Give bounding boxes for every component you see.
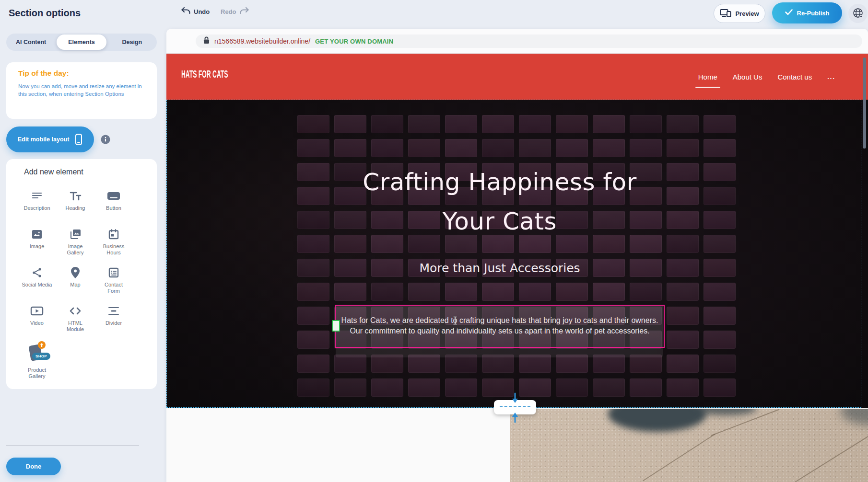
image-icon [31, 228, 43, 241]
element-item-divider[interactable]: Divider [94, 305, 133, 343]
pavement-seam [795, 435, 868, 482]
element-item-button[interactable]: Button [94, 190, 133, 228]
social-media-icon [31, 266, 43, 279]
hero-body-text[interactable]: Hats for Cats, we are dedicated to craft… [166, 315, 833, 336]
mouse-cursor [452, 316, 458, 327]
get-your-own-domain-link[interactable]: GET YOUR OWN DOMAIN [315, 38, 393, 45]
edit-mobile-label: Edit mobile layout [18, 136, 70, 143]
photo-shadow [608, 409, 706, 432]
site-nav: Home About Us Contact us ... [698, 54, 835, 100]
page-title: Section options [9, 8, 81, 19]
redo-button[interactable]: Redo [221, 7, 249, 16]
element-resize-handle[interactable] [332, 320, 340, 332]
element-item-description[interactable]: Description [18, 190, 56, 228]
upgrade-badge-icon [38, 341, 46, 349]
button-icon [106, 190, 121, 202]
add-new-element-title: Add new element [24, 168, 83, 176]
redo-icon [240, 7, 249, 16]
element-item-map[interactable]: Map [56, 266, 94, 305]
lock-icon [203, 36, 210, 46]
photo-shadow [841, 409, 868, 425]
nav-about-us[interactable]: About Us [733, 73, 762, 81]
tip-body: Now you can add, move and resize any ele… [18, 82, 144, 98]
element-item-social-media[interactable]: Social Media [18, 266, 56, 305]
contact-form-icon [108, 266, 119, 279]
tab-ai-content[interactable]: AI Content [6, 34, 56, 51]
devices-icon [720, 8, 731, 19]
element-item-html-module[interactable]: HTML Module [56, 305, 94, 343]
description-icon [31, 190, 43, 202]
done-button[interactable]: Done [6, 458, 61, 475]
next-section-photo [510, 409, 868, 482]
tip-heading: Tip of the day: [18, 69, 69, 78]
tab-design[interactable]: Design [107, 34, 157, 51]
undo-icon [181, 7, 190, 16]
element-item-heading[interactable]: Heading [56, 190, 94, 228]
app-root: Section options AI Content Elements Desi… [0, 0, 868, 482]
nav-home[interactable]: Home [698, 73, 717, 81]
hero-heading-line1[interactable]: Crafting Happiness for [166, 162, 833, 202]
nav-contact-us[interactable]: Contact us [777, 73, 812, 81]
element-item-contact-form[interactable]: Contact Form [94, 266, 133, 305]
tip-of-the-day-card: Tip of the day: Now you can add, move an… [6, 62, 157, 119]
element-item-product-gallery[interactable]: SHOP Product Gallery [18, 343, 56, 381]
check-icon [785, 9, 793, 17]
preview-scrollbar-thumb[interactable] [863, 57, 866, 149]
shop-badge: SHOP [32, 353, 50, 360]
heading-icon [69, 190, 82, 202]
tab-elements[interactable]: Elements [57, 34, 106, 50]
map-icon [70, 266, 81, 279]
section-height-resize-handle[interactable] [494, 400, 536, 414]
element-item-image-gallery[interactable]: Image Gallery [56, 228, 94, 266]
site-header: HATS FOR CATS Home About Us Contact us .… [166, 54, 868, 100]
hero-subheading[interactable]: More than Just Accessories [166, 260, 833, 276]
add-new-element-panel: Add new element Description Heading Butt… [6, 159, 157, 389]
info-button[interactable] [101, 135, 110, 144]
browser-chrome: n1566589.websitebuilder.online/ GET YOUR… [166, 29, 868, 54]
mobile-phone-icon [75, 133, 82, 146]
element-item-video[interactable]: Video [18, 305, 56, 343]
video-icon [30, 305, 44, 317]
hero-section[interactable]: Crafting Happiness for Your Cats More th… [166, 100, 868, 408]
preview-button[interactable]: Preview [714, 4, 765, 23]
hero-heading-line2[interactable]: Your Cats [166, 202, 833, 241]
info-icon [101, 138, 110, 146]
globe-icon [853, 8, 863, 20]
language-globe-button[interactable] [848, 4, 868, 23]
resize-arrows-icon [509, 392, 521, 425]
image-gallery-icon [69, 228, 82, 241]
pavement-seam [642, 434, 715, 482]
divider-icon [107, 305, 120, 317]
republish-button[interactable]: Re-Publish [772, 2, 842, 23]
element-item-image[interactable]: Image [18, 228, 56, 266]
hero-content: Crafting Happiness for Your Cats More th… [166, 100, 833, 408]
edit-mobile-layout-button[interactable]: Edit mobile layout [6, 126, 94, 152]
product-gallery-icon: SHOP [25, 343, 48, 364]
element-grid: Description Heading Button Image [18, 190, 141, 381]
sidebar-tabs: AI Content Elements Design [6, 34, 157, 51]
element-item-business-hours[interactable]: Business Hours [94, 228, 133, 266]
business-hours-icon [108, 228, 119, 241]
site-url: n1566589.websitebuilder.online/ [214, 37, 310, 45]
sidebar-divider [6, 446, 139, 446]
undo-button[interactable]: Undo [181, 7, 210, 16]
address-bar[interactable]: n1566589.websitebuilder.online/ GET YOUR… [196, 34, 862, 48]
site-logo: HATS FOR CATS [181, 69, 228, 81]
html-module-icon [69, 305, 82, 317]
nav-more[interactable]: ... [827, 73, 835, 80]
